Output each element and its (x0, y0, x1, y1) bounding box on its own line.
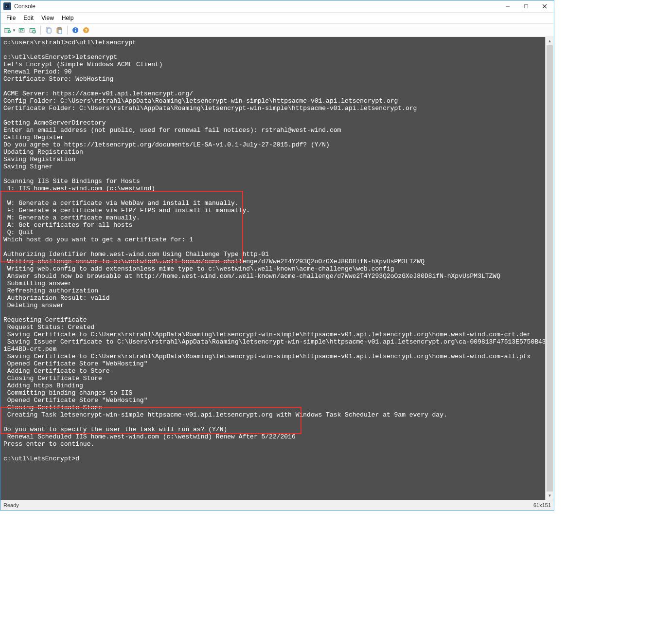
terminal-prompt: c:\utl\LetsEncrypt> (3, 455, 75, 462)
titlebar: Console (0, 0, 554, 13)
maximize-button[interactable] (517, 0, 535, 12)
toolbar-new-tab-dropdown[interactable]: ▼ (12, 28, 16, 33)
terminal-block: Requesting Certificate Request Status: C… (3, 316, 545, 419)
scroll-track[interactable] (546, 45, 554, 492)
svg-rect-6 (4, 28, 10, 29)
status-dims: 61x151 (533, 502, 551, 508)
toolbar-about[interactable] (71, 25, 80, 35)
svg-rect-16 (47, 28, 51, 33)
terminal-block: Authorizing Identifier home.west-wind.co… (3, 251, 500, 309)
window-title: Console (14, 3, 498, 10)
console-window: Console File Edit View Help ▼ (0, 0, 554, 510)
terminal-input[interactable]: d (75, 455, 79, 462)
terminal-block: ACME Server: https://acme-v01.api.letsen… (3, 90, 417, 112)
terminal-block: c:\utl\LetsEncrypt>letsencrypt Let's Enc… (3, 54, 163, 83)
toolbar: ▼ ? (0, 23, 554, 37)
menu-view[interactable]: View (37, 14, 58, 22)
close-button[interactable] (535, 0, 554, 12)
app-icon (3, 2, 11, 10)
terminal-block: Getting AcmeServerDirectory Enter an ema… (3, 119, 341, 170)
terminal[interactable]: c:\users\rstrahl>cd\utl\letsencrypt c:\u… (0, 37, 545, 500)
menubar: File Edit View Help (0, 13, 554, 23)
terminal-block: Scanning IIS Site Bindings for Hosts 1: … (3, 178, 250, 243)
toolbar-refresh[interactable] (17, 25, 27, 35)
svg-rect-2 (525, 5, 528, 8)
statusbar: Ready 61x151 (0, 500, 554, 510)
status-ready: Ready (3, 502, 19, 508)
svg-text:?: ? (85, 28, 88, 33)
vertical-scrollbar[interactable]: ▲ ▼ (545, 37, 554, 500)
svg-rect-0 (5, 4, 9, 8)
svg-rect-19 (58, 30, 62, 34)
scroll-up-button[interactable]: ▲ (546, 37, 554, 45)
toolbar-separator-2 (67, 26, 68, 35)
menu-help[interactable]: Help (58, 14, 78, 22)
toolbar-reload[interactable] (28, 25, 37, 35)
toolbar-separator-1 (40, 26, 41, 35)
scroll-down-button[interactable]: ▼ (546, 492, 554, 500)
svg-rect-22 (75, 30, 76, 32)
terminal-line: c:\users\rstrahl>cd\utl\letsencrypt (3, 39, 136, 46)
svg-rect-13 (30, 28, 35, 29)
menu-file[interactable]: File (2, 14, 19, 22)
content-area: c:\users\rstrahl>cd\utl\letsencrypt c:\u… (0, 37, 554, 500)
toolbar-new-tab[interactable] (2, 25, 12, 35)
svg-point-21 (75, 28, 76, 29)
toolbar-copy[interactable] (44, 25, 53, 35)
minimize-button[interactable] (498, 0, 517, 12)
toolbar-help[interactable]: ? (81, 25, 91, 35)
svg-rect-18 (58, 27, 61, 29)
scroll-thumb[interactable] (547, 45, 553, 492)
menu-edit[interactable]: Edit (19, 14, 37, 22)
terminal-block: Do you want to specify the user the task… (3, 426, 296, 448)
toolbar-paste[interactable] (54, 25, 64, 35)
cursor (80, 456, 80, 462)
